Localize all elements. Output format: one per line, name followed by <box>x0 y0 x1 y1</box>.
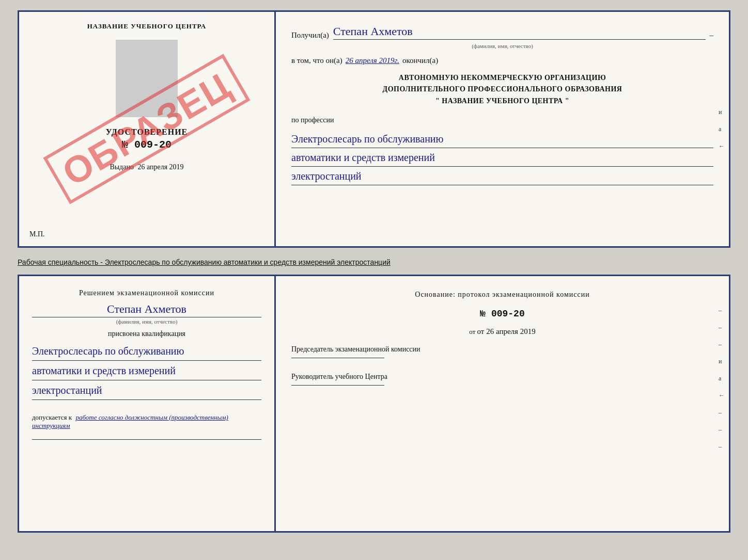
qual-line2: автоматики и средств измерений <box>32 363 261 380</box>
top-right-panel: Получил(а) Степан Ахметов – (фамилия, им… <box>276 10 730 248</box>
vtom-row: в том, что он(а) 26 апреля 2019г. окончи… <box>291 56 713 65</box>
side-b-a: а <box>719 374 725 382</box>
ot-date-value: от 26 апреля 2019 <box>477 327 536 335</box>
osnovanie-text: Основание: протокол экзаменационной коми… <box>291 289 713 300</box>
bottom-right-panel: Основание: протокол экзаменационной коми… <box>276 275 730 533</box>
resheniem-text: Решением экзаменационной комиссии <box>32 289 261 297</box>
ot-date: от от 26 апреля 2019 <box>291 327 713 336</box>
right-side-labels-bottom: – – – и а ← – – – <box>719 306 725 450</box>
predsedatel-label: Председатель экзаменационной комиссии <box>291 344 713 355</box>
vtom-date: 26 апреля 2019г. <box>346 56 399 65</box>
side-b-1: – <box>719 306 725 314</box>
fio-small-top: (фамилия, имя, отчество) <box>291 43 713 49</box>
dash-symbol: – <box>710 31 714 40</box>
mp-label: М.П. <box>29 230 45 238</box>
bottom-left-panel: Решением экзаменационной комиссии Степан… <box>18 275 276 533</box>
dopuskaetsya-label: допускается к <box>32 413 72 421</box>
protocol-number: № 009-20 <box>291 309 713 319</box>
uds-number: № 009-20 <box>122 139 172 151</box>
side-b-2: – <box>719 323 725 331</box>
prisvoena-text: присвоена квалификация <box>32 330 261 338</box>
avt-line1: АВТОНОМНУЮ НЕКОММЕРЧЕСКУЮ ОРГАНИЗАЦИЮ <box>291 72 713 84</box>
side-b-4: – <box>719 408 725 416</box>
recipient-name-bottom: Степан Ахметов <box>32 302 261 317</box>
ot-label: от <box>469 328 477 335</box>
profession-line3: электростанций <box>291 169 713 185</box>
side-label-i: и <box>719 108 725 116</box>
poluchil-label: Получил(а) <box>291 31 329 40</box>
dopuskaetsya-row: допускается к работе согласно должностны… <box>32 413 261 430</box>
top-section: НАЗВАНИЕ УЧЕБНОГО ЦЕНТРА УДОСТОВЕРЕНИЕ №… <box>18 10 730 248</box>
vtom-label: в том, что он(а) <box>291 56 342 65</box>
bottom-section: Решением экзаменационной комиссии Степан… <box>18 275 730 533</box>
fio-small-bottom: (фамилия, имя, отчество) <box>32 318 261 325</box>
okoncil-label: окончил(а) <box>402 56 438 65</box>
side-b-3: – <box>719 340 725 348</box>
side-b-6: – <box>719 442 725 450</box>
rukovoditel-signature-line <box>291 385 384 386</box>
separator-text: Рабочая специальность - Электрослесарь п… <box>18 254 730 268</box>
po-professii-label: по профессии <box>291 116 713 124</box>
qual-line1: Электрослесарь по обслуживанию <box>32 343 261 361</box>
right-side-labels-top: и а ← <box>719 108 725 150</box>
qual-line3: электростанций <box>32 382 261 400</box>
chairman-block: Председатель экзаменационной комиссии <box>291 344 713 358</box>
avt-line2: ДОПОЛНИТЕЛЬНОГО ПРОФЕССИОНАЛЬНОГО ОБРАЗО… <box>291 84 713 95</box>
side-b-arrow: ← <box>719 391 725 399</box>
poluchil-row: Получил(а) Степан Ахметов – <box>291 25 713 40</box>
chairman-signature-line <box>291 358 384 358</box>
recipient-name-top: Степан Ахметов <box>333 25 706 40</box>
side-b-i: и <box>719 357 725 365</box>
avt-block: АВТОНОМНУЮ НЕКОММЕРЧЕСКУЮ ОРГАНИЗАЦИЮ ДО… <box>291 72 713 107</box>
avt-line3: " НАЗВАНИЕ УЧЕБНОГО ЦЕНТРА " <box>291 95 713 107</box>
profession-line1: Электрослесарь по обслуживанию <box>291 132 713 148</box>
top-left-panel: НАЗВАНИЕ УЧЕБНОГО ЦЕНТРА УДОСТОВЕРЕНИЕ №… <box>18 10 276 248</box>
side-label-a: а <box>719 125 725 133</box>
rukovoditel-block: Руководитель учебного Центра <box>291 372 713 386</box>
uds-title: УДОСТОВЕРЕНИЕ <box>106 127 188 137</box>
side-b-5: – <box>719 425 725 433</box>
vydano-line: Выдано 26 апреля 2019 <box>110 163 183 171</box>
side-label-arrow: ← <box>719 142 725 150</box>
rukovoditel-label: Руководитель учебного Центра <box>291 372 713 382</box>
school-name-top: НАЗВАНИЕ УЧЕБНОГО ЦЕНТРА <box>87 22 207 30</box>
profession-line2: автоматики и средств измерений <box>291 150 713 167</box>
vydano-date: 26 апреля 2019 <box>137 163 183 171</box>
vydano-label: Выдано <box>110 163 134 171</box>
photo-placeholder <box>116 40 178 117</box>
